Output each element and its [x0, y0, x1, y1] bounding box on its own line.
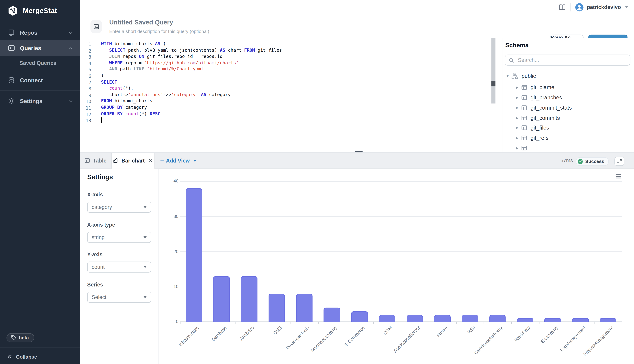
- double-chevron-left-icon: [7, 354, 12, 359]
- sidebar-item-label: Repos: [20, 30, 38, 36]
- query-title-input[interactable]: Untitled Saved Query: [109, 19, 173, 26]
- sidebar-divider: [0, 90, 80, 91]
- chart-menu-icon[interactable]: [616, 174, 621, 179]
- collapse-button[interactable]: Collapse: [7, 354, 37, 360]
- code-line[interactable]: WHERE repo = 'https://github.com/bitnami…: [101, 60, 239, 66]
- docs-book-icon[interactable]: [558, 4, 566, 11]
- caret-right-icon[interactable]: ▸: [516, 115, 521, 120]
- bar-DeveloperTools[interactable]: [296, 294, 313, 322]
- sql-editor[interactable]: 1WITH bitnami_charts AS (2SELECT path, p…: [80, 38, 502, 152]
- y-axis-tick-label: 40: [164, 178, 178, 184]
- editor-scrollbar-track[interactable]: [492, 38, 496, 104]
- caret-down-icon[interactable]: ▾: [506, 73, 512, 78]
- bar-ApplicationServer[interactable]: [406, 315, 423, 322]
- caret-right-icon[interactable]: ▸: [516, 85, 521, 90]
- beta-badge: beta: [6, 333, 34, 342]
- x-axis-tick: [512, 322, 512, 324]
- brand-logo[interactable]: MergeStat: [0, 0, 80, 16]
- panel-resize-handle[interactable]: [355, 151, 362, 152]
- avatar: [575, 3, 584, 11]
- collapse-label: Collapse: [16, 354, 37, 360]
- code-line[interactable]: ORDER BY count(*) DESC: [101, 111, 160, 116]
- user-menu[interactable]: patrickdevivo: [575, 3, 628, 11]
- bar-E-Learning[interactable]: [544, 318, 561, 322]
- line-number: 4: [80, 61, 91, 66]
- bar-E-Commerce[interactable]: [351, 311, 368, 322]
- bar-CMS[interactable]: [268, 294, 285, 322]
- schema-table-git_branches[interactable]: ▸git_branches: [516, 92, 562, 102]
- x-axis-tick: [263, 322, 264, 324]
- y-axis-tick-label: 30: [164, 214, 178, 219]
- schema-search-input[interactable]: [517, 57, 616, 64]
- bar-Analytics[interactable]: [241, 276, 258, 322]
- bar-ProjectManagement[interactable]: [600, 318, 616, 322]
- code-line[interactable]: FROM bitnami_charts: [101, 98, 152, 104]
- code-line[interactable]: WITH bitnami_charts AS (: [101, 41, 166, 46]
- bar-Forum[interactable]: [434, 315, 450, 322]
- y-axis-tick-label: 10: [164, 284, 178, 289]
- bar-CertificateAuthority[interactable]: [489, 315, 506, 322]
- table-icon: [521, 104, 527, 111]
- x-axis-category-label: WorkFlow: [514, 325, 531, 342]
- table-icon: [84, 158, 90, 164]
- tab-table[interactable]: Table: [80, 153, 112, 168]
- close-icon[interactable]: [148, 158, 153, 163]
- tab-bar-chart[interactable]: Bar chart: [112, 153, 155, 168]
- sitemap-icon: [512, 72, 518, 79]
- x-axis-tick: [346, 322, 346, 324]
- sidebar-item-saved-queries[interactable]: Saved Queries: [0, 56, 80, 70]
- caret-right-icon[interactable]: ▸: [516, 105, 521, 110]
- code-line[interactable]: JOIN repos ON git_files.repo_id = repos.…: [101, 54, 222, 59]
- x-axis-tick: [318, 322, 318, 324]
- schema-node-public[interactable]: ▾public: [506, 71, 536, 81]
- bar-CRM[interactable]: [379, 315, 396, 322]
- schema-table-git_files[interactable]: ▸git_files: [516, 123, 549, 133]
- schema-table-git_commits[interactable]: ▸git_commits: [516, 113, 560, 122]
- schema-table-row-partial[interactable]: ▸: [516, 143, 527, 152]
- bar-Infrastructure[interactable]: [186, 188, 202, 322]
- sidebar-item-repos[interactable]: Repos: [0, 25, 80, 40]
- code-line[interactable]: GROUP BY category: [101, 105, 147, 110]
- chart-settings-panel: Settings X-axiscategoryX-axis typestring…: [80, 168, 159, 364]
- app-window: MergeStat ReposQueriesSaved QueriesConne…: [0, 0, 634, 364]
- tree-node-label: public: [522, 73, 536, 79]
- schema-table-git_blame[interactable]: ▸git_blame: [516, 82, 554, 92]
- expand-icon[interactable]: [614, 156, 624, 166]
- x-axis-tick: [456, 322, 456, 324]
- terminal-icon: [8, 44, 15, 52]
- bar-MachineLearning[interactable]: [324, 308, 340, 322]
- x-axis-select[interactable]: category: [87, 202, 151, 213]
- code-line[interactable]: ): [101, 73, 104, 78]
- code-line[interactable]: SELECT path, plv8_yaml_to_json(contents)…: [101, 48, 282, 53]
- schema-search: [505, 55, 630, 66]
- bar-LogManagement[interactable]: [572, 318, 589, 322]
- add-view-button[interactable]: + Add View: [160, 153, 196, 168]
- caret-right-icon[interactable]: ▸: [516, 95, 521, 100]
- schema-table-git_refs[interactable]: ▸git_refs: [516, 133, 548, 143]
- y-axis-select[interactable]: count: [87, 262, 151, 272]
- caret-right-icon[interactable]: ▸: [516, 125, 521, 130]
- bar-Wiki[interactable]: [462, 315, 478, 322]
- code-line[interactable]: count(*),: [101, 86, 134, 91]
- bar-WorkFlow[interactable]: [517, 318, 534, 322]
- code-line[interactable]: chart->'annotations'->>'category' AS cat…: [101, 92, 231, 97]
- sidebar-item-settings[interactable]: Settings: [0, 93, 80, 109]
- x-axis-tick: [401, 322, 401, 324]
- sidebar-item-connect[interactable]: Connect: [0, 72, 80, 88]
- bar-Database[interactable]: [213, 276, 230, 322]
- x-axis-type-select[interactable]: string: [87, 232, 151, 243]
- editor-scrollbar-thumb[interactable]: [492, 81, 496, 86]
- schema-table-git_commit_stats[interactable]: ▸git_commit_stats: [516, 103, 572, 112]
- query-description-input[interactable]: Enter a short description for this query…: [109, 29, 209, 34]
- series-select[interactable]: Select: [87, 292, 151, 302]
- sidebar-item-label: Queries: [20, 45, 41, 52]
- caret-down-icon: [144, 236, 147, 238]
- sidebar-item-queries[interactable]: Queries: [0, 40, 80, 56]
- code-line[interactable]: AND path LIKE 'bitnami/%/Chart.yaml': [101, 66, 206, 72]
- query-duration: 67ms: [560, 153, 573, 168]
- x-axis-tick: [208, 322, 208, 324]
- code-line[interactable]: SELECT: [101, 79, 117, 84]
- caret-right-icon[interactable]: ▸: [516, 146, 521, 151]
- schema-title: Schema: [505, 42, 528, 48]
- caret-right-icon[interactable]: ▸: [516, 136, 521, 141]
